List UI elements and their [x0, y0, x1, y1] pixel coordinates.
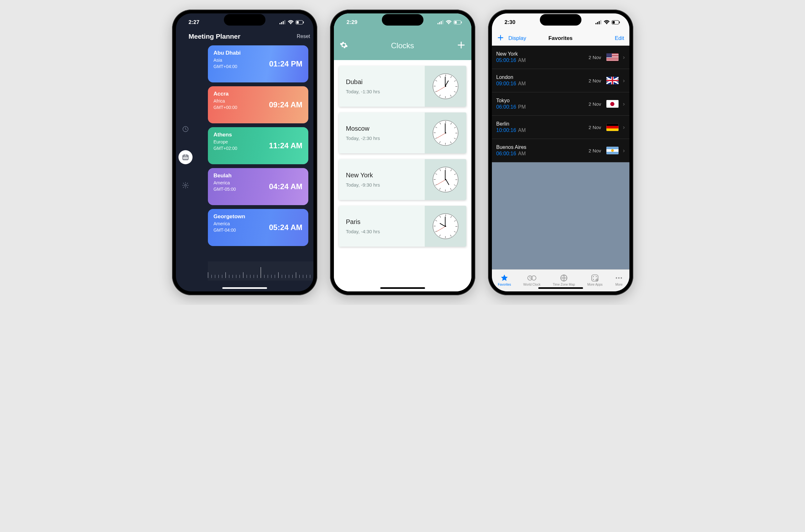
tab-more-apps[interactable]: More Apps	[587, 274, 603, 286]
tab-label: More Apps	[587, 283, 603, 286]
offset-label: Today, -4:30 hrs	[346, 229, 418, 234]
reset-button[interactable]: Reset	[297, 34, 310, 39]
status-icons	[438, 20, 462, 25]
tab-favorites[interactable]: Favorites	[498, 274, 511, 286]
favorite-row[interactable]: London09:00:16AM2 Nov›	[492, 69, 629, 92]
city-card[interactable]: Abu DhabiAsiaGMT+04:0001:24 PM	[208, 45, 308, 82]
svg-point-34	[593, 276, 594, 277]
home-indicator[interactable]	[222, 287, 267, 289]
offset-label: Today, -2:30 hrs	[346, 135, 418, 141]
tab-icon	[615, 274, 623, 282]
clock-row[interactable]: New YorkToday, -9:30 hrs	[339, 159, 466, 200]
add-button[interactable]	[457, 41, 466, 51]
notch	[224, 14, 266, 25]
offset-label: Today, -9:30 hrs	[346, 182, 418, 188]
svg-rect-16	[438, 23, 438, 24]
notch	[382, 14, 423, 25]
favorite-row[interactable]: New York05:00:16AM2 Nov›	[492, 46, 629, 69]
svg-rect-23	[596, 23, 597, 24]
status-time: 2:30	[505, 19, 515, 25]
svg-rect-24	[597, 22, 598, 24]
city-time: 05:24 AM	[269, 223, 302, 232]
gear-icon	[182, 182, 189, 189]
chevron-right-icon: ›	[623, 147, 625, 154]
clock-icon	[182, 126, 189, 133]
nav-clock-button[interactable]	[179, 122, 193, 136]
nav-calendar-button[interactable]	[179, 150, 193, 164]
tab-more[interactable]: More	[615, 274, 623, 286]
flag-icon	[606, 53, 619, 61]
chevron-right-icon: ›	[623, 77, 625, 84]
wifi-icon	[604, 20, 609, 25]
nav-settings-button[interactable]	[179, 178, 193, 192]
svg-point-9	[184, 157, 185, 158]
city-time: 06:00:16PM	[496, 104, 586, 110]
wifi-icon	[288, 20, 294, 25]
add-button[interactable]	[497, 34, 504, 43]
status-icons	[279, 20, 305, 25]
time-ruler[interactable]	[208, 261, 313, 281]
city-time: 09:24 AM	[269, 100, 302, 109]
city-card[interactable]: AccraAfricaGMT+00:0009:24 AM	[208, 86, 308, 124]
cellular-icon	[438, 20, 444, 25]
svg-point-10	[185, 157, 186, 158]
city-name: Buenos Aires	[496, 145, 586, 150]
city-time: 05:00:16AM	[496, 58, 586, 63]
svg-rect-21	[455, 21, 457, 24]
svg-point-35	[596, 276, 597, 277]
city-card[interactable]: GeorgetownAmericaGMT-04:0005:24 AM	[208, 209, 308, 246]
battery-icon	[454, 20, 462, 25]
flag-icon	[606, 147, 619, 154]
city-time: 04:24 AM	[269, 182, 302, 191]
battery-icon	[295, 20, 305, 25]
city-name: Athens	[214, 132, 303, 138]
nav-bar: Display Favorites Edit	[492, 31, 629, 46]
svg-rect-25	[599, 21, 600, 24]
notch	[540, 14, 582, 25]
favorite-row[interactable]: Buenos Aires06:00:16AM2 Nov›	[492, 139, 629, 162]
svg-rect-3	[284, 20, 285, 24]
svg-rect-19	[442, 20, 443, 24]
gear-icon	[340, 41, 348, 49]
status-icons	[596, 20, 620, 25]
city-name: Georgetown	[214, 213, 303, 220]
svg-rect-26	[600, 20, 601, 24]
empty-area	[492, 162, 629, 269]
city-card[interactable]: BeulahAmericaGMT-05:0004:24 AM	[208, 168, 308, 205]
analog-clock	[425, 159, 466, 200]
favorite-row[interactable]: Berlin10:00:16AM2 Nov›	[492, 116, 629, 139]
city-time: 09:00:16AM	[496, 81, 586, 87]
phone-meeting-planner: 2:27 Meeting Planner Reset	[172, 10, 317, 295]
city-card[interactable]: AthensEuropeGMT+02:0011:24 AM	[208, 127, 308, 164]
city-name: Paris	[346, 218, 418, 226]
favorite-row[interactable]: Tokyo06:00:16PM2 Nov›	[492, 92, 629, 116]
edit-button[interactable]: Edit	[615, 35, 624, 41]
svg-point-39	[618, 277, 620, 278]
clock-row[interactable]: ParisToday, -4:30 hrs	[339, 206, 466, 247]
date-label: 2 Nov	[588, 148, 601, 153]
chevron-right-icon: ›	[623, 124, 625, 131]
tab-label: Time Zone Map	[553, 283, 575, 286]
home-indicator[interactable]	[538, 287, 583, 289]
plus-icon	[457, 41, 466, 50]
svg-rect-17	[439, 22, 440, 24]
wifi-icon	[446, 20, 452, 25]
svg-rect-2	[283, 21, 284, 24]
status-time: 2:29	[347, 19, 358, 25]
home-indicator[interactable]	[380, 287, 425, 289]
clock-row[interactable]: DubaiToday, -1:30 hrs	[339, 66, 466, 107]
clock-list: DubaiToday, -1:30 hrsMoscowToday, -2:30 …	[334, 60, 471, 291]
clock-row[interactable]: MoscowToday, -2:30 hrs	[339, 112, 466, 153]
city-name: Tokyo	[496, 98, 586, 103]
tab-label: More	[615, 283, 623, 286]
city-card-list: Abu DhabiAsiaGMT+04:0001:24 PMAccraAfric…	[195, 45, 308, 246]
calendar-icon	[182, 154, 189, 161]
settings-button[interactable]	[340, 41, 348, 51]
analog-clock	[425, 112, 466, 153]
phone-clocks: 2:29 Clocks DubaiToday, -1:30 hrsMoscowT…	[330, 10, 475, 295]
tab-world-clock[interactable]: World Clock	[523, 274, 541, 286]
tab-time-zone-map[interactable]: Time Zone Map	[553, 274, 575, 286]
svg-point-38	[616, 277, 617, 278]
date-label: 2 Nov	[588, 101, 601, 107]
display-button[interactable]: Display	[509, 35, 527, 41]
